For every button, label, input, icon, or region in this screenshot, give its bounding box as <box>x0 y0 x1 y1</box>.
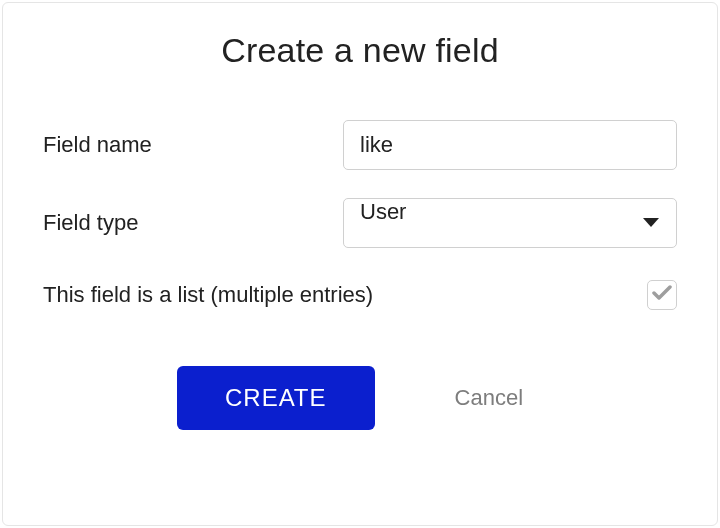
field-name-input[interactable] <box>343 120 677 170</box>
cancel-button[interactable]: Cancel <box>435 375 543 421</box>
field-type-row: Field type User <box>43 198 677 248</box>
list-checkbox[interactable] <box>647 280 677 310</box>
field-name-row: Field name <box>43 120 677 170</box>
create-button[interactable]: CREATE <box>177 366 375 430</box>
dialog-actions: CREATE Cancel <box>43 366 677 430</box>
field-name-label: Field name <box>43 132 323 158</box>
check-icon <box>652 285 672 305</box>
field-type-select[interactable]: User <box>343 198 677 248</box>
field-type-select-wrapper: User <box>343 198 677 248</box>
list-checkbox-row: This field is a list (multiple entries) <box>43 280 677 310</box>
list-checkbox-label: This field is a list (multiple entries) <box>43 282 373 308</box>
field-type-label: Field type <box>43 210 323 236</box>
dialog-title: Create a new field <box>43 31 677 70</box>
create-field-dialog: Create a new field Field name Field type… <box>2 2 718 526</box>
